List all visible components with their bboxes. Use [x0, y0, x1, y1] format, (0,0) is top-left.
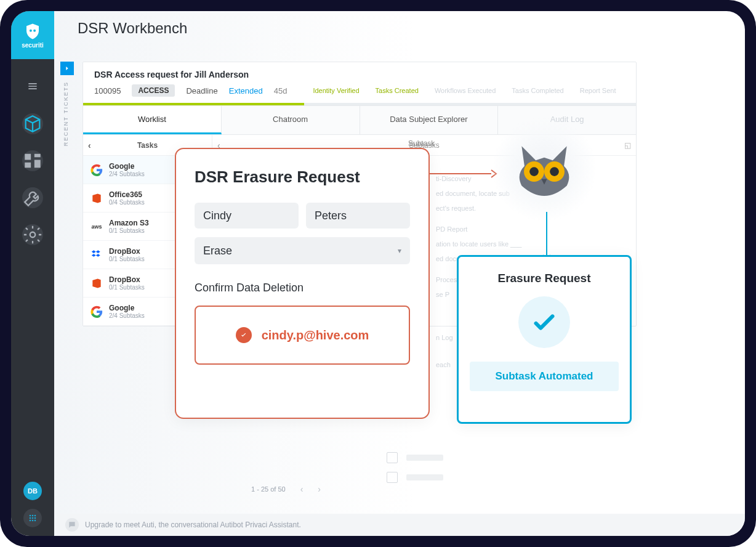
result-panel: Erasure Request Subtask Automated	[457, 255, 632, 424]
pager-text: 1 - 25 of 50	[251, 485, 286, 493]
chevron-left-icon[interactable]: ‹	[88, 140, 91, 150]
office-icon	[90, 192, 103, 205]
grid-icon	[28, 513, 38, 523]
deadline-status: Extended	[229, 86, 263, 95]
erasure-request-panel: DSR Erasure Request Cindy Peters Erase ▾…	[175, 148, 430, 419]
confirm-email: cindy.p@hive.com	[262, 328, 369, 342]
sidebar-item-dashboard[interactable]	[22, 150, 43, 171]
office-icon	[90, 277, 103, 290]
sidebar-item-tools[interactable]	[22, 187, 43, 208]
svg-point-4	[32, 515, 34, 517]
first-name-field[interactable]: Cindy	[195, 203, 299, 229]
step-tasks-created: Tasks Created	[376, 87, 419, 94]
chat-icon	[65, 518, 79, 532]
pager-next[interactable]: ›	[318, 484, 321, 494]
brand-name: securiti	[22, 42, 44, 49]
request-title: DSR Access request for Jill Anderson	[94, 70, 625, 79]
svg-point-7	[32, 517, 34, 519]
svg-point-6	[30, 517, 31, 519]
tab-data-subject-explorer[interactable]: Data Subject Explorer	[360, 105, 499, 134]
sidebar-item-cube[interactable]	[22, 113, 43, 134]
request-type-badge: ACCESS	[132, 84, 175, 97]
upgrade-banner[interactable]: Upgrade to meet Auti, the conversational…	[57, 514, 745, 536]
task-name: DropBox	[109, 247, 145, 256]
task-sub: 0/1 Subtasks	[109, 256, 145, 262]
svg-point-0	[30, 29, 32, 31]
google-icon	[90, 306, 103, 318]
svg-point-16	[550, 167, 559, 176]
step-workflows: Workflows Executed	[435, 87, 496, 94]
erasure-title: DSR Erasure Request	[195, 168, 410, 187]
chevron-down-icon: ▾	[398, 246, 401, 255]
pager: 1 - 25 of 50 ‹ ›	[251, 484, 321, 494]
deadline-days: 45d	[274, 86, 288, 95]
recent-tickets-label: RECENT TICKETS	[63, 81, 69, 146]
subtask-detail-label: Subtask	[408, 139, 435, 148]
arrow-down-icon	[542, 212, 552, 261]
faded-checklist	[387, 452, 443, 483]
cube-icon	[22, 113, 43, 134]
request-id: 100095	[94, 86, 121, 95]
dashboard-icon	[22, 150, 43, 171]
action-value: Erase	[203, 245, 232, 257]
step-tasks-completed: Tasks Completed	[512, 87, 563, 94]
progress-steps: Identity Verified Tasks Created Workflow…	[313, 87, 616, 94]
upgrade-text: Upgrade to meet Auti, the conversational…	[85, 521, 301, 529]
checkbox[interactable]	[387, 472, 398, 483]
step-report-sent: Report Sent	[580, 87, 616, 94]
last-name-field[interactable]: Peters	[306, 203, 410, 229]
main-area: DSR Workbench RECENT TICKETS DSR Access …	[54, 11, 745, 536]
task-sub: 0/4 Subtasks	[109, 199, 145, 206]
svg-point-8	[34, 517, 36, 519]
app-grid-button[interactable]	[23, 509, 42, 527]
gear-icon	[22, 224, 43, 245]
svg-point-3	[30, 515, 31, 517]
arrow-right-icon	[430, 169, 497, 179]
tab-worklist[interactable]: Worklist	[83, 105, 222, 134]
svg-point-15	[529, 167, 539, 176]
avatar[interactable]: DB	[23, 482, 42, 500]
step-identity-verified: Identity Verified	[313, 87, 359, 94]
svg-point-10	[32, 520, 34, 522]
task-name: DropBox	[109, 275, 145, 284]
wrench-icon	[22, 187, 43, 208]
check-circle-icon	[236, 327, 252, 343]
chevron-right-icon	[60, 62, 74, 75]
result-check-icon	[518, 296, 570, 348]
checkbox[interactable]	[387, 452, 398, 463]
svg-point-1	[33, 29, 36, 31]
google-icon	[90, 164, 103, 176]
task-name: Amazon S3	[109, 219, 149, 227]
subtask-automated-button[interactable]: Subtask Automated	[470, 362, 619, 391]
task-sub: 0/1 Subtasks	[109, 284, 145, 291]
assistant-owl	[491, 116, 597, 222]
task-sub: 2/4 Subtasks	[109, 171, 145, 177]
result-title: Erasure Request	[497, 272, 590, 285]
expand-icon[interactable]: ◱	[624, 141, 631, 150]
recent-tickets-handle[interactable]: RECENT TICKETS	[60, 62, 76, 147]
shield-icon	[23, 22, 42, 41]
confirm-label: Confirm Data Deletion	[195, 282, 410, 294]
tab-chatroom[interactable]: Chatroom	[222, 105, 360, 134]
action-select[interactable]: Erase ▾	[195, 237, 410, 264]
owl-icon	[510, 139, 578, 198]
sidebar: securiti DB	[11, 11, 54, 536]
task-name: Google	[109, 304, 145, 312]
page-title: DSR Workbench	[78, 20, 187, 37]
task-name: Google	[109, 162, 145, 171]
hamburger-icon	[26, 80, 39, 92]
dropbox-icon	[90, 249, 103, 261]
confirm-box[interactable]: cindy.p@hive.com	[195, 306, 410, 365]
menu-toggle[interactable]	[22, 75, 44, 97]
svg-point-9	[30, 520, 31, 522]
pager-prev[interactable]: ‹	[300, 484, 304, 494]
task-name: Office365	[109, 190, 145, 199]
deadline-label: Deadline	[186, 86, 217, 95]
task-sub: 0/1 Subtasks	[109, 227, 149, 234]
tasks-label: Tasks	[137, 141, 158, 150]
brand-logo[interactable]: securiti	[11, 11, 54, 59]
svg-point-2	[30, 232, 36, 238]
sidebar-item-settings[interactable]	[22, 224, 43, 245]
svg-point-11	[34, 520, 36, 522]
task-sub: 2/4 Subtasks	[109, 312, 145, 319]
